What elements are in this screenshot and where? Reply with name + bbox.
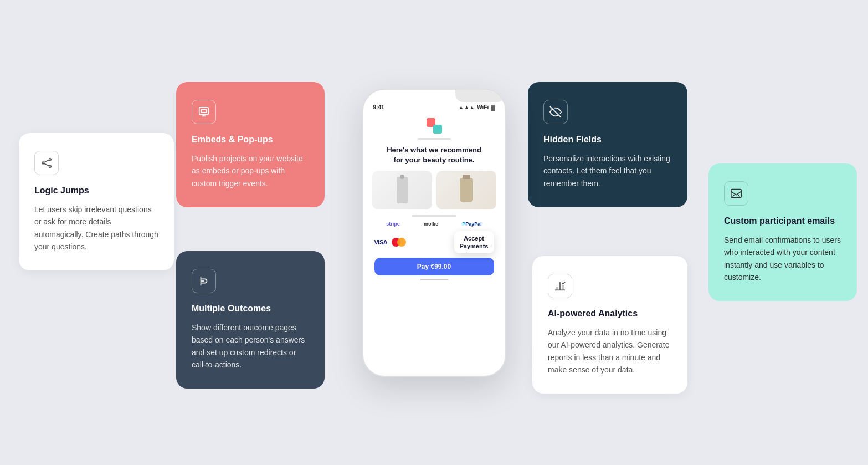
embeds-title: Embeds & Pop-ups: [192, 134, 309, 146]
logic-jumps-icon: [34, 151, 59, 175]
phone-content: Here's what we recommend for your beauty…: [363, 110, 505, 281]
svg-point-2: [49, 166, 52, 168]
email-desc: Send email confirmations to users who in…: [724, 234, 841, 284]
wifi-icon: WiFi: [477, 104, 489, 110]
phone-progress-bar-mid: [412, 215, 456, 217]
svg-line-3: [44, 160, 49, 163]
embeds-desc: Publish projects on your website as embe…: [192, 152, 309, 190]
card-outcomes: Multiple Outcomes Show different outcome…: [176, 251, 325, 389]
svg-rect-5: [199, 108, 209, 115]
logic-jumps-title: Logic Jumps: [34, 185, 158, 197]
email-title: Custom participant emails: [724, 216, 841, 227]
product-image-2: [436, 171, 496, 209]
phone-products: [372, 171, 496, 209]
svg-point-1: [49, 159, 52, 161]
paypal-logo: PPayPal: [462, 221, 482, 227]
phone-progress-bar-top: [418, 138, 451, 140]
outcomes-desc: Show different outcome pages based on ea…: [192, 321, 309, 371]
hidden-fields-icon: [543, 100, 568, 124]
product-bottle: [460, 178, 473, 202]
payment-cards-row: VISA Accept Payments: [372, 231, 496, 254]
embeds-icon: [192, 100, 216, 124]
payments-text: Payments: [460, 242, 489, 250]
card-analytics: AI-powered Analytics Analyze your data i…: [532, 256, 687, 394]
logo-icon: [427, 118, 442, 134]
phone-notch: [455, 90, 505, 102]
card-hidden-fields: Hidden Fields Personalize interactions w…: [528, 82, 687, 207]
payment-logos: stripe mollie PPayPal: [372, 221, 496, 227]
status-icons: ▲▲▲ WiFi ▓: [458, 104, 495, 110]
app-logo: [372, 118, 496, 134]
accept-payments-badge: Accept Payments: [454, 231, 494, 254]
hidden-fields-title: Hidden Fields: [543, 134, 672, 146]
signal-icon: ▲▲▲: [458, 104, 475, 110]
visa-logo: VISA: [374, 239, 388, 246]
product-image-1: [372, 171, 432, 209]
svg-line-15: [738, 195, 740, 197]
phone-device: 9:41 ▲▲▲ WiFi ▓ Here's what we recommend: [362, 89, 506, 377]
svg-point-0: [42, 162, 44, 164]
analytics-title: AI-powered Analytics: [548, 308, 672, 320]
card-custom-email: Custom participant emails Send email con…: [708, 163, 857, 301]
accept-text: Accept: [460, 234, 489, 242]
phone-mockup: 9:41 ▲▲▲ WiFi ▓ Here's what we recommend: [362, 89, 506, 377]
main-scene: Logic Jumps Let users skip irrelevant qu…: [0, 0, 868, 465]
card-embeds: Embeds & Pop-ups Publish projects on you…: [176, 82, 325, 207]
svg-line-14: [733, 195, 735, 197]
logic-jumps-desc: Let users skip irrelevant questions or a…: [34, 203, 158, 253]
logo-square-teal: [433, 125, 442, 134]
phone-heading: Here's what we recommend for your beauty…: [372, 145, 496, 165]
pay-button[interactable]: Pay €99.00: [374, 258, 494, 275]
phone-time: 9:41: [373, 104, 384, 110]
email-card-icon: [724, 181, 748, 206]
battery-icon: ▓: [491, 104, 495, 110]
outcomes-title: Multiple Outcomes: [192, 303, 309, 315]
analytics-icon: [548, 274, 572, 298]
stripe-logo: stripe: [386, 221, 400, 227]
outcomes-icon: [192, 269, 216, 293]
card-logic-jumps: Logic Jumps Let users skip irrelevant qu…: [19, 133, 174, 270]
hidden-fields-desc: Personalize interactions with existing c…: [543, 152, 672, 190]
product-tube: [397, 177, 408, 203]
svg-line-4: [44, 163, 49, 166]
phone-status-bar: 9:41 ▲▲▲ WiFi ▓: [363, 102, 505, 110]
phone-home-bar: [420, 279, 448, 280]
mollie-logo: mollie: [424, 221, 438, 227]
mastercard-logo: [392, 238, 406, 247]
svg-rect-6: [201, 109, 206, 113]
mc-yellow-circle: [397, 238, 406, 247]
analytics-desc: Analyze your data in no time using our A…: [548, 326, 672, 376]
